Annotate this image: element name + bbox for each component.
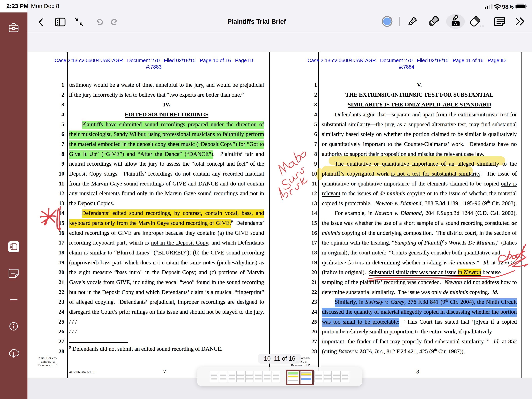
svg-text:A: A xyxy=(454,21,457,26)
svg-text:98%: 98% xyxy=(502,4,514,10)
